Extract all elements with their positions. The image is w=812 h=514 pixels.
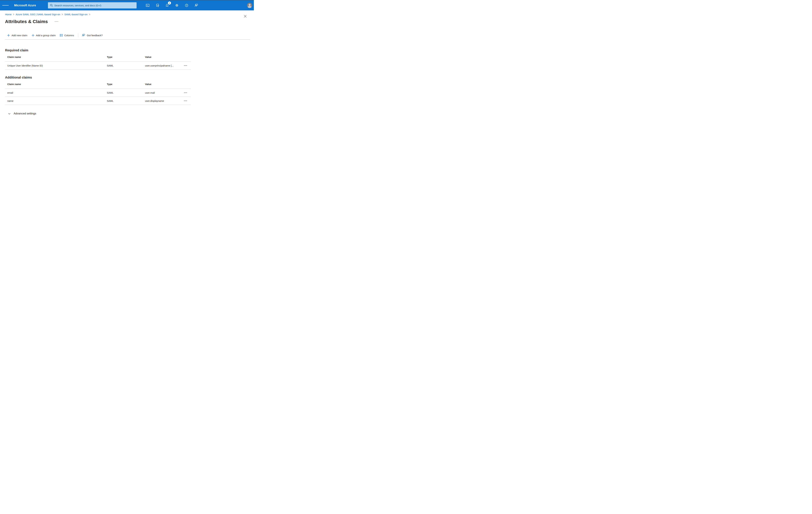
feedback-button[interactable] [193,2,200,9]
add-group-claim-button[interactable]: Add a group claim [32,34,56,37]
title-context-menu-button[interactable]: ··· [55,21,59,22]
hamburger-icon [2,5,4,6]
cloud-shell-icon [146,3,150,7]
columns-icon [60,34,63,36]
row-context-menu-button[interactable]: ••• [182,100,191,102]
help-icon: ? [185,3,188,7]
notification-count-badge: 6 [168,1,171,4]
directory-filter-button[interactable] [154,2,161,9]
portal-menu-button[interactable] [2,2,9,9]
global-search [48,2,137,8]
search-icon [50,4,53,7]
breadcrumb-separator: > [89,13,90,16]
claim-type-cell: SAML [107,91,145,94]
columns-button[interactable]: Columns [60,34,74,37]
table-row-email[interactable]: email SAML user.mail ••• [5,89,191,97]
table-header-row: Claim name Type Value [5,80,191,89]
column-header-claim-name: Claim name [5,83,107,85]
required-claim-table: Claim name Type Value Unique User Identi… [5,53,191,70]
column-header-type: Type [107,56,145,58]
blade-content: Home > Azure SAML SSO | SAML-based Sign-… [0,13,254,116]
column-header-value: Value [145,83,182,85]
claim-type-cell: SAML [107,100,145,102]
column-header-claim-name: Claim name [5,56,107,58]
plus-icon [32,34,34,37]
claim-type-cell: SAML [107,64,145,67]
azure-portal-attributes-claims: Microsoft Azure [0,0,254,129]
claim-name-cell: Unique User Identifier (Name ID) [5,64,107,67]
claim-value-cell: user.mail [145,91,182,94]
directory-filter-icon [155,3,159,7]
row-context-menu-button[interactable]: ••• [182,64,191,66]
feedback-icon [82,33,85,37]
chevron-down-icon [8,112,11,115]
advanced-settings-label: Advanced settings [13,112,36,115]
gear-icon [175,3,179,7]
topbar-icon-group: 6 [144,2,200,9]
claim-name-cell: name [5,100,107,102]
claim-value-cell: user.userprincipalname [... [145,64,182,67]
search-input[interactable] [48,2,137,8]
avatar[interactable] [247,3,252,8]
claim-name-cell: email [5,91,107,94]
additional-claims-table: Claim name Type Value email SAML user.ma… [5,80,191,105]
cloud-shell-button[interactable] [144,2,151,9]
notifications-button[interactable]: 6 [164,2,170,9]
got-feedback-button[interactable]: Got feedback? [82,33,103,37]
plus-icon [7,34,10,37]
advanced-settings-expander[interactable]: Advanced settings [8,111,36,116]
table-header-row: Claim name Type Value [5,53,191,62]
table-row-name[interactable]: name SAML user.displayname ••• [5,97,191,105]
settings-button[interactable] [174,2,180,9]
add-new-claim-button[interactable]: Add new claim [7,34,27,37]
toolbar-divider [5,39,250,40]
table-row-unique-user-identifier[interactable]: Unique User Identifier (Name ID) SAML us… [5,62,191,70]
avatar-silhouette-icon [247,3,252,8]
svg-text:?: ? [186,4,187,6]
azure-top-bar: Microsoft Azure [0,0,254,10]
help-button[interactable]: ? [183,2,190,9]
close-icon [243,15,247,18]
microsoft-azure-logo[interactable]: Microsoft Azure [14,4,36,7]
breadcrumb-app-sso[interactable]: Azure SAML SSO | SAML-based Sign-on [16,13,60,16]
required-claim-heading: Required claim [5,48,250,53]
toolbar-separator [78,33,78,37]
claim-value-cell: user.displayname [145,100,182,102]
command-bar: Add new claim Add a group claim [5,32,250,38]
breadcrumb-separator: > [13,13,14,16]
feedback-icon [194,3,198,7]
breadcrumb-separator: > [62,13,63,16]
row-context-menu-button[interactable]: ••• [182,91,191,94]
column-header-value: Value [145,56,182,58]
close-blade-button[interactable] [243,14,248,19]
breadcrumb: Home > Azure SAML SSO | SAML-based Sign-… [5,13,250,16]
column-header-type: Type [107,83,145,85]
title-row: Attributes & Claims ··· [5,19,250,24]
breadcrumb-home[interactable]: Home [5,13,11,16]
breadcrumb-saml-signon[interactable]: SAML-based Sign-on [64,13,88,16]
page-title: Attributes & Claims [5,19,48,24]
additional-claims-heading: Additional claims [5,75,250,80]
